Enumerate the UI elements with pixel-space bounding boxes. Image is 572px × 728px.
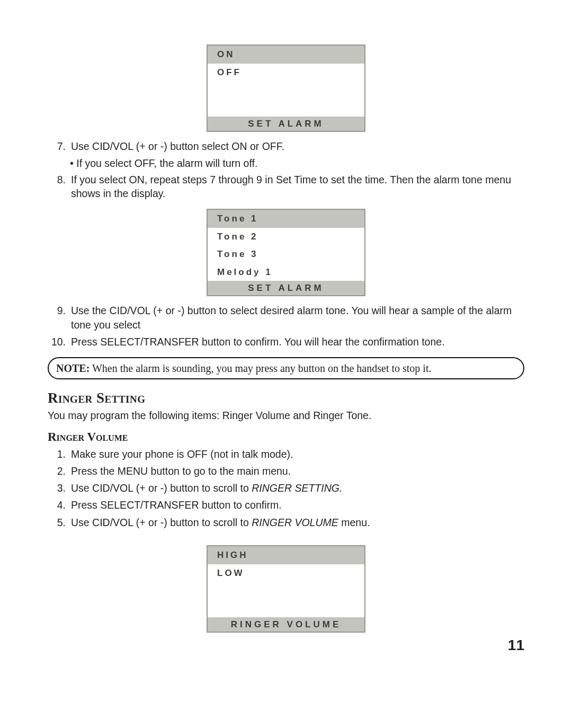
step-number: 5.: [48, 516, 71, 529]
list-item: 3.Use CID/VOL (+ or -) button to scroll …: [48, 481, 524, 495]
step-number: 4.: [48, 498, 71, 512]
note-box: NOTE: When the alarm is sounding, you ma…: [48, 357, 524, 379]
step-text: Press SELECT/TRANSFER button to confirm.: [71, 498, 524, 512]
lcd-ringer-volume: HIGHLOW RINGER VOLUME: [207, 545, 365, 633]
step-text: Use CID/VOL (+ or -) button to scroll to…: [71, 516, 524, 529]
lcd-row: Tone 1: [208, 210, 364, 228]
list-item: 2.Press the MENU button to go to the mai…: [48, 464, 524, 478]
ringer-setting-intro: You may program the following items: Rin…: [48, 409, 524, 422]
lcd-set-alarm-onoff: ONOFF SET ALARM: [207, 45, 365, 132]
heading-ringer-volume: Ringer Volume: [48, 430, 524, 444]
step-text: Make sure your phone is OFF (not in talk…: [71, 447, 524, 461]
step-number: 10.: [48, 335, 71, 349]
step-number: 3.: [48, 481, 71, 495]
list-item: 1.Make sure your phone is OFF (not in ta…: [48, 447, 524, 461]
note-text: When the alarm is sounding, you may pres…: [90, 362, 431, 374]
lcd-row: Melody 1: [208, 263, 364, 281]
page-number: 11: [508, 637, 524, 654]
ringer-volume-steps: 1.Make sure your phone is OFF (not in ta…: [48, 447, 524, 530]
lcd-row: Tone 2: [208, 228, 364, 246]
step-text: Press the MENU button to go to the main …: [71, 464, 524, 478]
lcd-row: LOW: [208, 564, 364, 582]
lcd-row: OFF: [208, 64, 364, 82]
italic-term: RINGER VOLUME: [252, 517, 338, 528]
step-text: Press SELECT/TRANSFER button to confirm.…: [71, 335, 524, 349]
list-item: 5.Use CID/VOL (+ or -) button to scroll …: [48, 516, 524, 529]
italic-term: RINGER SETTING.: [252, 482, 342, 494]
step-9: 9. Use the CID/VOL (+ or -) button to se…: [48, 304, 524, 332]
step-8: 8. If you select ON, repeat steps 7 thro…: [48, 173, 524, 201]
note-label: NOTE:: [56, 362, 90, 374]
lcd-footer: SET ALARM: [208, 281, 364, 295]
instruction-steps-9-10: 9. Use the CID/VOL (+ or -) button to se…: [48, 304, 524, 349]
step-number: 8.: [48, 173, 71, 201]
step-10: 10. Press SELECT/TRANSFER button to conf…: [48, 335, 524, 349]
step-text: Use CID/VOL (+ or -) button select ON or…: [71, 139, 524, 153]
step-text: If you select ON, repeat steps 7 through…: [71, 173, 524, 201]
step-number: 7.: [48, 139, 71, 153]
lcd-set-alarm-tone: Tone 1Tone 2Tone 3Melody 1 SET ALARM: [207, 209, 365, 296]
lcd-row: ON: [208, 46, 364, 64]
lcd-row: [208, 582, 364, 600]
step-number: 1.: [48, 447, 71, 461]
lcd-row: [208, 99, 364, 117]
step-number: 2.: [48, 464, 71, 478]
step-text: Use CID/VOL (+ or -) button to scroll to…: [71, 481, 524, 495]
lcd-footer: RINGER VOLUME: [208, 617, 364, 632]
manual-page: ONOFF SET ALARM 7. Use CID/VOL (+ or -) …: [0, 0, 572, 728]
list-item: 4.Press SELECT/TRANSFER button to confir…: [48, 498, 524, 512]
lcd-row: Tone 3: [208, 245, 364, 263]
step-7: 7. Use CID/VOL (+ or -) button select ON…: [48, 139, 524, 153]
step-number: 9.: [48, 304, 71, 332]
lcd-footer: SET ALARM: [208, 117, 364, 131]
step-text: Use the CID/VOL (+ or -) button to selec…: [71, 304, 524, 332]
instruction-steps-7: 7. Use CID/VOL (+ or -) button select ON…: [48, 139, 524, 200]
lcd-row: HIGH: [208, 546, 364, 564]
heading-ringer-setting: Ringer Setting: [48, 390, 524, 406]
lcd-row: [208, 600, 364, 618]
lcd-row: [208, 81, 364, 99]
step-7-sub-bullet: If you select OFF, the alarm will turn o…: [70, 156, 524, 170]
